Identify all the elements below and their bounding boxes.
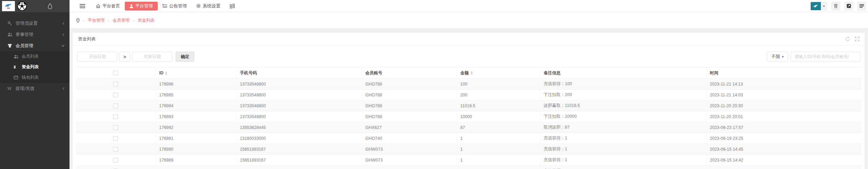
row-checkbox[interactable] xyxy=(113,147,118,152)
sort-icon[interactable] xyxy=(471,71,473,75)
row-remark: 充值获得：1 xyxy=(540,144,706,155)
column-header-id[interactable]: ID xyxy=(156,68,236,79)
row-id: 176995 xyxy=(156,90,236,100)
column-header-amount[interactable]: 金额 xyxy=(457,68,540,79)
team-icon xyxy=(7,32,16,37)
caret-down-icon: ▾ xyxy=(821,2,827,10)
sidebar-toggle-icon[interactable] xyxy=(80,4,85,8)
row-select-cell xyxy=(76,79,156,90)
row-phone: 13733548800 xyxy=(236,90,362,100)
chevron-down-icon xyxy=(61,44,65,47)
row-account: GHW073 xyxy=(362,155,457,166)
row-checkbox[interactable] xyxy=(113,82,118,87)
row-account: GHW073 xyxy=(362,166,457,169)
row-phone: 13733548800 xyxy=(236,111,362,122)
theme-split-button[interactable]: ▾ xyxy=(810,2,827,11)
refresh-icon[interactable] xyxy=(845,37,850,41)
date-range-separator-button[interactable]: > xyxy=(119,52,130,62)
breadcrumb-member-management[interactable]: 会员管理 xyxy=(113,18,130,23)
open-external-button[interactable] xyxy=(844,2,853,11)
sidebar-item-withdraw-recharge[interactable]: W 提现/充值 xyxy=(0,83,70,94)
column-header-remark: 备注信息 xyxy=(540,68,706,79)
droplet-icon[interactable] xyxy=(47,3,53,9)
type-filter-dropdown[interactable]: 不限 ▾ xyxy=(767,52,788,62)
table-row: 176992 13553628445 GHX627 87 取消波胆：87 202… xyxy=(76,122,862,133)
row-account: GHO788 xyxy=(362,79,457,90)
nav-item-platform-management[interactable]: 平台管理 xyxy=(125,2,158,11)
user-icon xyxy=(130,4,133,8)
sidebar-item-label: 管理员设置 xyxy=(16,20,62,26)
brand-logo[interactable] xyxy=(2,1,15,11)
nav-item-notice-management[interactable]: 公告管理 xyxy=(158,2,192,11)
top-navbar: 平台首页 平台管理 公告管理 xyxy=(70,0,868,12)
row-time: 2023-11-20 20:30 xyxy=(706,100,862,111)
row-select-cell xyxy=(76,144,156,155)
row-checkbox[interactable] xyxy=(113,125,118,130)
row-time: 2023-06-15 14:42 xyxy=(706,155,862,166)
row-select-cell xyxy=(76,122,156,133)
table-row: 176988 15651893167 GHW073 1 充值获得：1 2023-… xyxy=(76,166,862,169)
row-account: GHO740 xyxy=(362,133,457,144)
row-select-cell xyxy=(76,166,156,169)
row-phone: 13733548800 xyxy=(236,100,362,111)
row-checkbox[interactable] xyxy=(113,93,118,97)
apps-grid-icon[interactable] xyxy=(230,4,235,8)
chevron-left-icon xyxy=(62,87,65,90)
row-phone: 15651893167 xyxy=(236,144,362,155)
breadcrumb-platform-management[interactable]: 平台管理 xyxy=(88,18,105,23)
row-checkbox[interactable] xyxy=(113,158,118,163)
row-account: GHO788 xyxy=(362,100,457,111)
fullscreen-icon[interactable] xyxy=(855,37,860,41)
start-date-input[interactable] xyxy=(77,52,117,62)
breadcrumb-separator: › xyxy=(133,19,134,23)
bird-theme-icon xyxy=(811,2,821,10)
sidebar-item-members[interactable]: 会员管理 xyxy=(0,40,70,51)
row-checkbox[interactable] xyxy=(113,136,118,141)
breadcrumb-funds-list[interactable]: 资金列表 xyxy=(138,18,155,23)
table-row: 176995 13733548800 GHO788 200 下注扣取：200 2… xyxy=(76,90,862,100)
sidebar: 管理员设置 赛事管理 会员管理 xyxy=(0,0,70,169)
nav-item-platform-home[interactable]: 平台首页 xyxy=(91,2,125,11)
key-icon xyxy=(7,21,16,26)
column-header-phone: 手机号码 xyxy=(236,68,362,79)
confirm-button[interactable]: 确定 xyxy=(176,52,194,62)
row-account: GHX627 xyxy=(362,122,457,133)
sidebar-menu: 管理员设置 赛事管理 会员管理 xyxy=(0,12,70,94)
funds-table: ID 手机号码 会员账号 金额 备注信息 时间 176996 137335488… xyxy=(76,67,862,169)
row-time: 2023-06-15 14:40 xyxy=(706,166,862,169)
sidebar-item-label: 资金列表 xyxy=(22,64,65,70)
row-id: 176992 xyxy=(156,122,236,133)
sidebar-item-wallet-list[interactable]: 钱包列表 xyxy=(0,72,70,83)
sidebar-item-funds-list[interactable]: ¥ 资金列表 xyxy=(0,62,70,72)
row-account: GHW073 xyxy=(362,144,457,155)
wallet-icon xyxy=(14,76,22,79)
row-id: 176990 xyxy=(156,144,236,155)
row-phone: 15651893167 xyxy=(236,155,362,166)
row-amount: 1 xyxy=(457,155,540,166)
row-remark: 下注扣取：10000 xyxy=(540,111,706,122)
sidebar-item-label: 会员列表 xyxy=(22,54,65,59)
sidebar-item-events[interactable]: 赛事管理 xyxy=(0,29,70,40)
row-amount: 100 xyxy=(457,79,540,90)
caret-down-icon: ▾ xyxy=(782,55,784,58)
row-checkbox[interactable] xyxy=(113,114,118,119)
table-body: 176996 13733548800 GHO788 100 充值获得：100 2… xyxy=(76,79,862,169)
breadcrumb: › 平台管理 › 会员管理 › 资金列表 xyxy=(70,12,868,28)
content-area: 资金列表 > 确定 xyxy=(70,28,868,169)
log-list-button[interactable] xyxy=(857,2,866,11)
table-row: 176990 15651893167 GHW073 1 充值获得：1 2023-… xyxy=(76,144,862,155)
end-date-input[interactable] xyxy=(132,52,172,62)
row-checkbox[interactable] xyxy=(113,104,118,108)
trash-button[interactable] xyxy=(831,2,840,11)
nav-item-system-settings[interactable]: 系统设置 xyxy=(192,2,225,11)
column-header-account: 会员账号 xyxy=(362,68,457,79)
row-id: 176994 xyxy=(156,100,236,111)
select-all-checkbox[interactable] xyxy=(113,71,118,75)
sort-icon[interactable] xyxy=(165,72,167,75)
search-input[interactable] xyxy=(791,52,860,62)
row-amount: 1 xyxy=(457,166,540,169)
breadcrumb-separator: › xyxy=(108,19,110,23)
row-account: GHO788 xyxy=(362,90,457,100)
sidebar-item-member-list[interactable]: 会员列表 xyxy=(0,51,70,62)
sidebar-item-admin-settings[interactable]: 管理员设置 xyxy=(0,18,70,29)
